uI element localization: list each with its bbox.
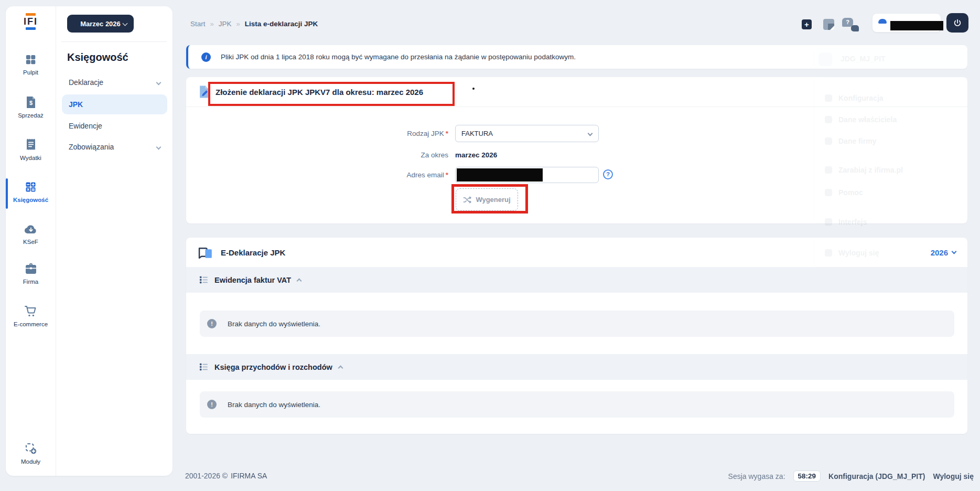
sidebar-item-label: Księgowość (6, 197, 56, 203)
chevron-down-icon (156, 144, 161, 150)
info-icon (201, 52, 211, 62)
menu-item-ewidencje[interactable]: Ewidencje (62, 116, 167, 136)
breadcrumb-separator: » (236, 20, 240, 28)
redacted-username (890, 21, 943, 30)
chevron-down-icon (952, 249, 957, 254)
breadcrumb-jpk[interactable]: JPK (219, 20, 232, 28)
year-value: 2026 (931, 248, 948, 257)
sidebar-item-moduly[interactable]: Moduły (6, 442, 56, 465)
shuffle-icon (463, 196, 471, 204)
user-account-button[interactable] (872, 13, 941, 33)
quick-add-button[interactable] (802, 19, 812, 29)
configuration-link[interactable]: Konfiguracja (JDG_MJ_PIT) (828, 472, 925, 481)
rodzaj-jpk-label: Rodzaj JPK* (343, 130, 448, 137)
help-chat-icon[interactable]: ? (842, 18, 859, 31)
rail-divider (56, 6, 56, 476)
documents-icon (198, 246, 214, 260)
sidebar-item-label: Wydatki (6, 155, 56, 161)
user-icon (878, 18, 887, 29)
menu-item-deklaracje[interactable]: Deklaracje (62, 72, 167, 92)
logo-blue-bar (26, 27, 36, 30)
empty-state-panel: Brak danych do wyświetlenia. (200, 311, 954, 337)
menu-item-label: Ewidencje (69, 122, 102, 130)
sidebar-item-label: KSeF (6, 239, 56, 245)
sidebar-item-ecommerce[interactable]: E-commerce (6, 304, 56, 327)
calculator-icon (6, 180, 56, 194)
chevron-down-icon (123, 21, 128, 26)
adres-email-label: Adres email* (343, 171, 448, 179)
session-timer: 58:29 (793, 471, 821, 482)
menu-item-label: JPK (69, 100, 83, 109)
sidebar-item-label: Firma (6, 279, 56, 285)
za-okres-value: marzec 2026 (455, 151, 497, 159)
sidebar-item-pulpit[interactable]: Pulpit (6, 52, 56, 76)
email-input[interactable] (455, 167, 599, 183)
copyright-years: 2001-2026 © (185, 472, 228, 480)
logo-orange-bar (26, 13, 36, 16)
generate-button[interactable]: Wygeneruj (456, 188, 518, 211)
sidebar-item-label: E-commerce (6, 321, 56, 327)
section-ewidencja-faktur-vat[interactable]: Ewidencja faktur VAT (186, 267, 967, 293)
empty-state-panel: Brak danych do wyświetlenia. (200, 391, 954, 418)
breadcrumb-start[interactable]: Start (190, 20, 206, 28)
chevron-down-icon (588, 131, 593, 136)
required-marker: * (446, 171, 448, 179)
menu-item-jpk[interactable]: JPK (62, 94, 167, 114)
sidebar-item-firma[interactable]: Firma (6, 262, 56, 285)
list-header: E-Deklaracje JPK 2026 (186, 238, 967, 267)
shopping-cart-icon (6, 304, 56, 318)
period-selector-button[interactable]: Marzec 2026 (67, 15, 134, 33)
breadcrumb-current: Lista e-deklaracji JPK (245, 20, 318, 28)
edeklaracje-card: E-Deklaracje JPK 2026 Ewidencja faktur V… (186, 238, 967, 434)
empty-state-text: Brak danych do wyświetlenia. (228, 401, 320, 409)
sidebar-item-sprzedaz[interactable]: $ Sprzedaż (6, 95, 56, 119)
logo-text: IFI (6, 16, 56, 27)
redacted-email-value (457, 168, 543, 182)
logout-power-button[interactable] (946, 13, 968, 33)
sidebar: IFI Pulpit $ Sprzedaż Wydatki Księ (6, 6, 173, 476)
footer-copyright: 2001-2026 © IFIRMA SA (185, 472, 267, 480)
section-ksiega-przychodow[interactable]: Księga przychodów i rozchodów (186, 354, 967, 380)
list-icon (199, 362, 209, 372)
required-marker: * (446, 130, 448, 137)
sidebar-item-label: Sprzedaż (6, 112, 56, 119)
card-title: Złożenie deklaracji JPK JPKV7 dla okresu… (216, 88, 423, 97)
sidebar-item-ksef[interactable]: KSeF (6, 222, 56, 245)
menu-item-zobowiazania[interactable]: Zobowiązania (62, 137, 167, 157)
rodzaj-jpk-select[interactable]: FAKTURA (455, 125, 599, 142)
annotation-dot (472, 88, 475, 90)
sidebar-item-label: Pulpit (6, 69, 56, 76)
panel-divider (61, 41, 167, 42)
company-name: IFIRMA SA (231, 472, 267, 480)
section-title: Księga przychodów i rozchodów (214, 363, 332, 371)
year-selector[interactable]: 2026 (931, 238, 956, 267)
logout-link[interactable]: Wyloguj się (933, 472, 974, 481)
document-edit-icon (198, 85, 211, 99)
footer-session-area: Sesja wygasa za: 58:29 Konfiguracja (JDG… (728, 471, 974, 482)
chevron-up-icon (338, 366, 343, 371)
menu-item-label: Zobowiązania (69, 143, 114, 151)
notes-icon[interactable] (823, 19, 834, 30)
chevron-down-icon (156, 80, 161, 85)
menu-item-label: Deklaracje (69, 78, 103, 87)
rodzaj-jpk-selected-value: FAKTURA (461, 130, 493, 137)
alert-icon (207, 400, 217, 409)
sidebar-item-ksiegowosc[interactable]: Księgowość (6, 180, 56, 203)
briefcase-icon (6, 262, 56, 275)
svg-text:$: $ (29, 100, 32, 106)
breadcrumb: Start » JPK » Lista e-deklaracji JPK (190, 20, 318, 28)
jpk-submission-card: Złożenie deklaracji JPK JPKV7 dla okresu… (186, 77, 967, 223)
section-title: Ewidencja faktur VAT (214, 276, 291, 284)
period-label: Marzec 2026 (80, 20, 121, 28)
sales-invoice-icon: $ (6, 95, 56, 109)
cloud-download-icon (6, 222, 56, 236)
empty-state-text: Brak danych do wyświetlenia. (228, 320, 320, 328)
ifirma-logo[interactable]: IFI (6, 13, 56, 30)
add-module-icon (6, 442, 56, 455)
sidebar-item-wydatki[interactable]: Wydatki (6, 138, 56, 161)
generate-button-label: Wygeneruj (476, 196, 510, 204)
email-help-icon[interactable] (603, 169, 613, 179)
chat-bubble-icon (851, 25, 859, 31)
za-okres-label: Za okres (343, 151, 448, 159)
app-window: IFI Pulpit $ Sprzedaż Wydatki Księ (0, 0, 980, 491)
